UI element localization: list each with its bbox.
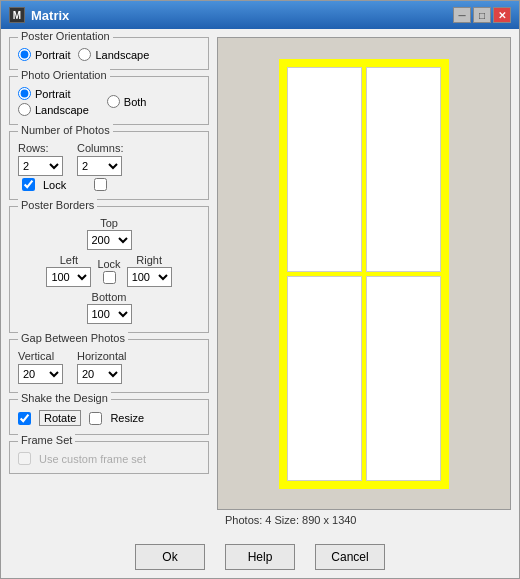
top-select[interactable]: 100 150 200 250 [87,230,132,250]
photos-lock-checkbox[interactable] [22,178,35,191]
photos-lock-label: Lock [43,179,66,191]
rows-label: Rows: [18,142,63,154]
photo-orientation-group: Photo Orientation Portrait Landscape [9,76,209,125]
vertical-label: Vertical [18,350,63,362]
frame-set-group: Frame Set Use custom frame set [9,441,209,474]
number-of-photos-label: Number of Photos [18,124,113,136]
custom-frame-label: Use custom frame set [39,453,146,465]
titlebar-controls: ─ □ ✕ [453,7,511,23]
resize-label: Resize [110,412,144,424]
close-button[interactable]: ✕ [493,7,511,23]
frame-set-label: Frame Set [18,434,75,446]
right-panel: Photos: 4 Size: 890 x 1340 [217,37,511,530]
photo-portrait-radio[interactable] [18,87,31,100]
vertical-gap-select[interactable]: 10 15 20 25 [18,364,63,384]
rows-section: Rows: 1 2 3 4 [18,142,63,176]
rows-select[interactable]: 1 2 3 4 [18,156,63,176]
titlebar: M Matrix ─ □ ✕ [1,1,519,29]
columns-section: Columns: 1 2 3 4 [77,142,123,176]
border-lock-label: Lock [97,258,120,270]
poster-borders-label: Poster Borders [18,199,97,211]
rotate-checkbox[interactable] [18,412,31,425]
cancel-button[interactable]: Cancel [315,544,385,570]
photo-cell-1 [287,67,362,272]
help-button[interactable]: Help [225,544,295,570]
resize-checkbox[interactable] [89,412,102,425]
horizontal-gap-section: Horizontal 10 15 20 25 [77,350,127,384]
columns-select[interactable]: 1 2 3 4 [77,156,122,176]
photo-both-label: Both [124,96,147,108]
border-lock-section: Lock [97,258,120,284]
photo-both-option[interactable]: Both [107,95,147,108]
rotate-label: Rotate [39,410,81,426]
photo-cell-2 [366,67,441,272]
bottom-buttons: Ok Help Cancel [1,538,519,578]
photo-both-radio[interactable] [107,95,120,108]
main-content: Poster Orientation Portrait Landscape Ph… [1,29,519,538]
photo-portrait-label: Portrait [35,88,70,100]
photo-portrait-option[interactable]: Portrait [18,87,89,100]
number-of-photos-group: Number of Photos Rows: 1 2 3 4 Columns: [9,131,209,200]
columns-label: Columns: [77,142,123,154]
titlebar-left: M Matrix [9,7,69,23]
poster-landscape-label: Landscape [95,49,149,61]
photo-landscape-label: Landscape [35,104,89,116]
photos-info-text: Photos: 4 Size: 890 x 1340 [225,514,356,526]
preview-area [217,37,511,510]
photos-info: Photos: 4 Size: 890 x 1340 [217,510,511,530]
right-label: Right [136,254,162,266]
app-icon: M [9,7,25,23]
photos-lock2-checkbox[interactable] [94,178,107,191]
bottom-label: Bottom [92,291,127,303]
photo-landscape-option[interactable]: Landscape [18,103,89,116]
minimize-button[interactable]: ─ [453,7,471,23]
vertical-gap-section: Vertical 10 15 20 25 [18,350,63,384]
horizontal-label: Horizontal [77,350,127,362]
poster-landscape-radio[interactable] [78,48,91,61]
poster-orientation-label: Poster Orientation [18,30,113,42]
poster-borders-group: Poster Borders Top 100 150 200 250 [9,206,209,333]
horizontal-gap-select[interactable]: 10 15 20 25 [77,364,122,384]
left-label: Left [60,254,78,266]
left-panel: Poster Orientation Portrait Landscape Ph… [9,37,209,530]
shake-design-group: Shake the Design Rotate Resize [9,399,209,435]
ok-button[interactable]: Ok [135,544,205,570]
border-lock-checkbox[interactable] [103,271,116,284]
shake-design-label: Shake the Design [18,392,111,404]
maximize-button[interactable]: □ [473,7,491,23]
yellow-border [279,59,449,489]
gap-between-photos-group: Gap Between Photos Vertical 10 15 20 25 … [9,339,209,393]
poster-portrait-label: Portrait [35,49,70,61]
bottom-select[interactable]: 100 150 200 [87,304,132,324]
photo-landscape-radio[interactable] [18,103,31,116]
photo-cell-3 [287,276,362,481]
main-window: M Matrix ─ □ ✕ Poster Orientation Portra… [0,0,520,579]
custom-frame-checkbox [18,452,31,465]
photo-grid [287,67,441,481]
poster-portrait-option[interactable]: Portrait [18,48,70,61]
top-label: Top [100,217,118,229]
gap-between-photos-label: Gap Between Photos [18,332,128,344]
poster-orientation-group: Poster Orientation Portrait Landscape [9,37,209,70]
poster-portrait-radio[interactable] [18,48,31,61]
photo-cell-4 [366,276,441,481]
poster-landscape-option[interactable]: Landscape [78,48,149,61]
right-select[interactable]: 100 150 200 [127,267,172,287]
photo-orientation-label: Photo Orientation [18,69,110,81]
left-select[interactable]: 100 150 200 [46,267,91,287]
window-title: Matrix [31,8,69,23]
